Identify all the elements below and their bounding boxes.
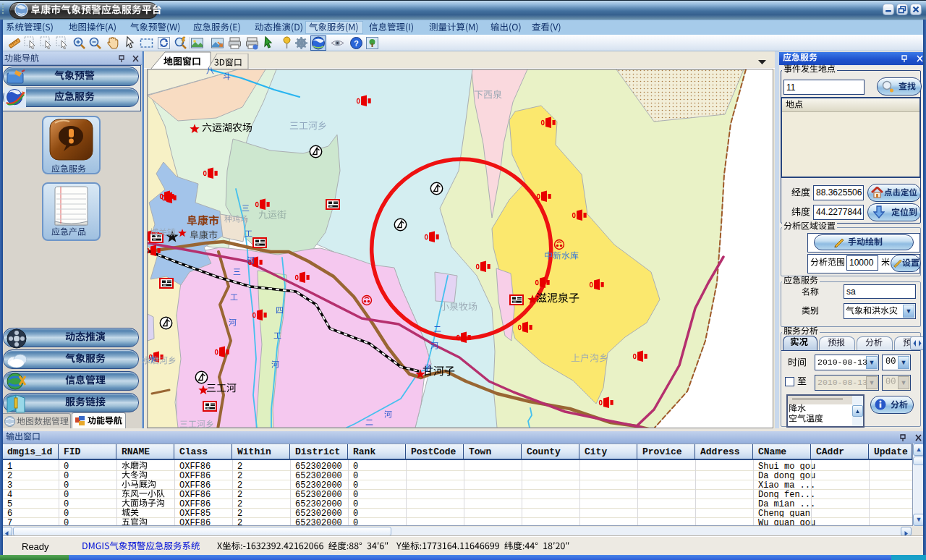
svg-text:?: ? <box>354 39 359 48</box>
